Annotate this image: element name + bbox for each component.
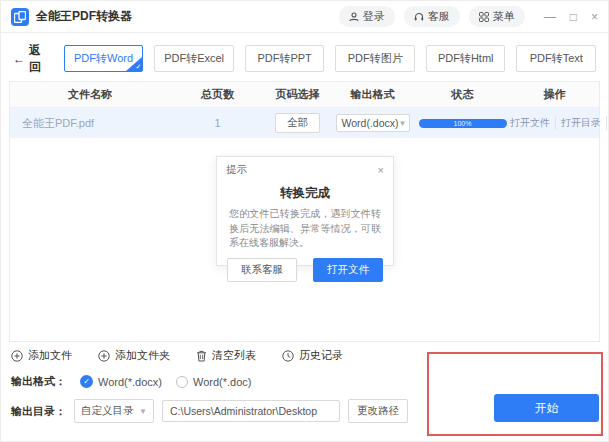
tab-label: PDF转Text: [530, 52, 583, 64]
titlebar: 全能王PDF转换器 登录: [1, 1, 608, 33]
col-output-format: 输出格式: [330, 87, 415, 102]
file-name: 全能王PDF.pdf: [10, 116, 170, 131]
dir-type-select[interactable]: 自定义目录 ▼: [74, 399, 154, 423]
login-button[interactable]: 登录: [339, 6, 395, 27]
progress-bar: 100%: [419, 119, 507, 128]
dir-type-value: 自定义目录: [81, 404, 134, 418]
table-header: 文件名称 总页数 页码选择 输出格式 状态 操作: [10, 82, 599, 108]
radio-docx-label: Word(*.docx): [98, 376, 162, 388]
tab-label: PDF转Html: [438, 52, 494, 64]
minimize-button[interactable]: —: [544, 11, 556, 23]
bottom-toolbar: 添加文件 添加文件夹 清空列表: [11, 348, 343, 363]
radio-word-docx[interactable]: ✓ Word(*.docx): [80, 375, 162, 388]
menu-button[interactable]: 菜单: [469, 6, 525, 27]
radio-checked-icon: ✓: [80, 375, 93, 388]
dialog-title: 提示: [226, 163, 247, 177]
row-format-select[interactable]: Word(.docx) ▼: [336, 114, 410, 132]
tab-pdf-to-image[interactable]: PDF转图片: [335, 45, 415, 72]
app-logo-icon: [11, 8, 29, 26]
add-folder-button[interactable]: 添加文件夹: [98, 348, 170, 363]
open-dir-link[interactable]: 打开目录: [555, 116, 601, 130]
col-actions: 操作: [510, 87, 599, 102]
clear-list-label: 清空列表: [212, 348, 256, 363]
circle-plus-icon: [11, 350, 23, 362]
tab-pdf-to-ppt[interactable]: PDF转PPT: [245, 45, 325, 72]
dialog-body-text: 您的文件已转换完成，遇到文件转换后无法编辑、异常等情况，可联系在线客服解决。: [217, 202, 393, 251]
tab-bar: ← 返回 PDF转Word ✓ PDF转Excel PDF转PPT PDF转图片…: [1, 33, 608, 72]
app-title: 全能王PDF转换器: [36, 8, 132, 25]
customer-service-button[interactable]: 客服: [404, 6, 460, 27]
col-page-select: 页码选择: [265, 87, 330, 102]
dialog-open-file-button[interactable]: 打开文件: [313, 258, 383, 282]
radio-doc-label: Word(*.doc): [193, 376, 251, 388]
row-actions: 打开文件 打开目录 删除: [510, 116, 609, 130]
clock-icon: [282, 350, 294, 362]
user-icon: [349, 12, 359, 22]
trash-icon: [196, 350, 207, 362]
chevron-down-icon: ▼: [399, 119, 407, 128]
customer-service-label: 客服: [428, 9, 450, 24]
radio-word-doc[interactable]: Word(*.doc): [176, 376, 251, 388]
dir-path-field[interactable]: C:\Users\Administrator\Desktop: [162, 400, 340, 422]
output-dir-label: 输出目录：: [11, 404, 66, 419]
chevron-down-icon: ▼: [139, 407, 147, 416]
dialog-buttons: 联系客服 打开文件: [217, 258, 393, 282]
menu-label: 菜单: [493, 9, 515, 24]
contact-service-button[interactable]: 联系客服: [227, 258, 297, 282]
back-arrow-icon: ←: [13, 52, 25, 66]
output-format-label: 输出格式：: [11, 374, 66, 389]
back-label: 返回: [29, 42, 51, 76]
app-window: 全能王PDF转换器 登录: [0, 0, 609, 442]
window-controls: — □ ×: [544, 11, 598, 23]
output-format-row: 输出格式： ✓ Word(*.docx) Word(*.doc): [11, 374, 251, 389]
tab-label: PDF转图片: [348, 52, 403, 64]
table-row: 全能王PDF.pdf 1 全部 Word(.docx) ▼ 100% 打开文件 …: [10, 108, 599, 138]
progress-percent: 100%: [454, 120, 472, 127]
col-total-pages: 总页数: [170, 87, 265, 102]
maximize-button[interactable]: □: [570, 11, 577, 23]
circle-plus-icon: [98, 350, 110, 362]
back-button[interactable]: ← 返回: [13, 42, 51, 76]
total-pages-value: 1: [170, 117, 265, 129]
grid-menu-icon: [479, 12, 489, 22]
radio-unchecked-icon: [176, 376, 188, 388]
tab-label: PDF转PPT: [257, 52, 311, 64]
change-path-button[interactable]: 更改路径: [348, 399, 408, 423]
col-filename: 文件名称: [10, 87, 170, 102]
titlebar-right: 登录 客服: [339, 6, 598, 27]
close-button[interactable]: ×: [591, 11, 598, 23]
tab-label: PDF转Excel: [164, 52, 224, 64]
tab-pdf-to-excel[interactable]: PDF转Excel: [154, 45, 234, 72]
tab-pdf-to-word[interactable]: PDF转Word ✓: [64, 45, 144, 72]
dialog-close-icon[interactable]: ×: [378, 165, 384, 176]
login-label: 登录: [363, 9, 385, 24]
clear-list-button[interactable]: 清空列表: [196, 348, 256, 363]
output-dir-row: 输出目录： 自定义目录 ▼ C:\Users\Administrator\Des…: [11, 399, 408, 423]
tab-pdf-to-text[interactable]: PDF转Text: [516, 45, 596, 72]
dialog-heading: 转换完成: [217, 185, 393, 202]
start-button[interactable]: 开始: [494, 394, 599, 422]
add-folder-label: 添加文件夹: [115, 348, 170, 363]
titlebar-left: 全能王PDF转换器: [11, 8, 132, 26]
open-file-link[interactable]: 打开文件: [510, 116, 550, 130]
history-button[interactable]: 历史记录: [282, 348, 343, 363]
conversion-complete-dialog: 提示 × 转换完成 您的文件已转换完成，遇到文件转换后无法编辑、异常等情况，可联…: [216, 156, 394, 266]
add-file-button[interactable]: 添加文件: [11, 348, 72, 363]
page-select-button[interactable]: 全部: [275, 113, 320, 133]
dialog-header: 提示 ×: [217, 157, 393, 181]
col-status: 状态: [415, 87, 510, 102]
tab-pdf-to-html[interactable]: PDF转Html: [426, 45, 506, 72]
row-format-value: Word(.docx): [342, 117, 399, 129]
add-file-label: 添加文件: [28, 348, 72, 363]
history-label: 历史记录: [299, 348, 343, 363]
check-icon: ✓: [135, 63, 141, 71]
headset-icon: [414, 12, 424, 22]
tab-label: PDF转Word: [74, 52, 133, 64]
